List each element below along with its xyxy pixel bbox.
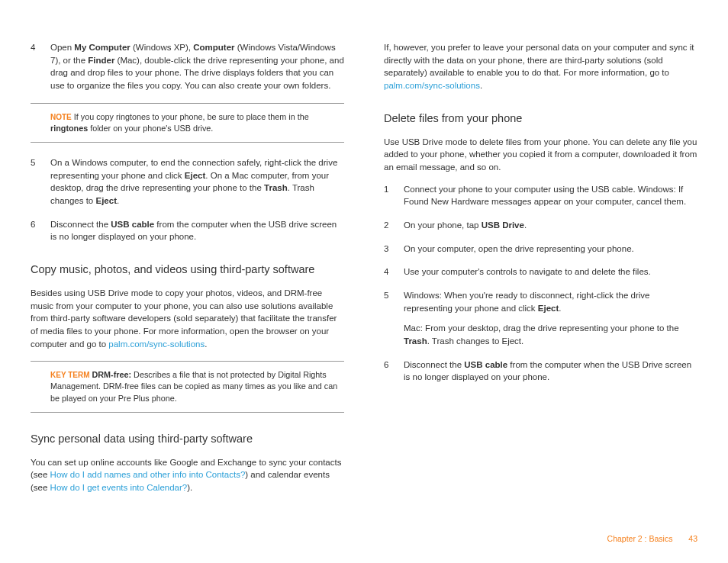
step-body: On a Windows computer, to end the connec… <box>50 156 344 208</box>
bold: My Computer <box>74 43 130 52</box>
bold: Eject <box>185 171 206 180</box>
text: If, however, you prefer to leave your pe… <box>384 43 694 77</box>
bold: USB cable <box>111 220 154 229</box>
text: Mac: From your desktop, drag the drive r… <box>404 323 679 333</box>
step-number: 6 <box>31 218 50 243</box>
step-body: Open My Computer (Windows XP), Computer … <box>50 41 344 92</box>
key-term-callout: KEY TERM DRM-free: Describes a file that… <box>31 361 344 412</box>
text: If you copy ringtones to your phone, be … <box>72 112 309 121</box>
bold: Eject <box>95 196 117 205</box>
bold: DRM-free: <box>92 370 132 379</box>
link-calendar-help[interactable]: How do I get events into Calendar? <box>50 483 188 492</box>
step-body: On your computer, open the drive represe… <box>404 243 697 256</box>
step-2: 2 On your phone, tap USB Drive. <box>384 219 697 232</box>
text: Disconnect the <box>50 220 111 229</box>
step-number: 6 <box>384 359 404 384</box>
bold: Eject <box>538 304 559 313</box>
step-5: 5 On a Windows computer, to end the conn… <box>31 156 344 208</box>
text: folder on your phone's USB drive. <box>88 124 213 133</box>
text: . <box>117 196 119 205</box>
step-body: Connect your phone to your computer usin… <box>404 183 697 208</box>
chapter-label: Chapter 2 : Basics <box>607 534 673 543</box>
text: . <box>205 339 207 349</box>
bold: USB Drive <box>482 220 524 230</box>
text: Open <box>50 43 74 52</box>
step-number: 4 <box>384 265 404 278</box>
text: ). <box>187 483 192 492</box>
bold: Trash <box>404 336 427 346</box>
heading-copy-media: Copy music, photos, and videos using thi… <box>31 262 344 278</box>
two-column-layout: 4 Open My Computer (Windows XP), Compute… <box>31 41 697 503</box>
bold: USB cable <box>464 360 507 369</box>
step-1: 1 Connect your phone to your computer us… <box>384 183 697 208</box>
step-body: Disconnect the USB cable from the comput… <box>404 359 697 384</box>
text: . <box>524 220 527 230</box>
step-number: 1 <box>384 183 404 208</box>
step-body: On your phone, tap USB Drive. <box>404 219 697 232</box>
text: Windows: When you're ready to disconnect… <box>404 291 649 313</box>
step-6: 6 Disconnect the USB cable from the comp… <box>384 359 697 384</box>
note-callout: NOTE If you copy ringtones to your phone… <box>31 103 344 143</box>
note-label: NOTE <box>50 113 72 121</box>
step-number: 5 <box>31 156 50 208</box>
paragraph: Use USB Drive mode to delete files from … <box>384 136 697 174</box>
step-number: 4 <box>31 41 50 92</box>
text: (Windows XP), <box>130 43 193 52</box>
page-footer: Chapter 2 : Basics 43 <box>607 533 697 545</box>
step-body: Use your computer's controls to navigate… <box>404 265 697 278</box>
step-4: 4 Open My Computer (Windows XP), Compute… <box>31 41 344 92</box>
step-number: 3 <box>384 243 404 256</box>
link-sync-solutions[interactable]: palm.com/sync-solutions <box>384 81 480 90</box>
bold: Computer <box>193 43 234 52</box>
text: . <box>480 81 482 90</box>
link-contacts-help[interactable]: How do I add names and other info into C… <box>50 470 246 479</box>
text: . Trash changes to Eject. <box>427 336 524 346</box>
link-sync-solutions[interactable]: palm.com/sync-solutions <box>108 339 205 349</box>
left-column: 4 Open My Computer (Windows XP), Compute… <box>31 41 344 503</box>
page-number: 43 <box>688 534 697 543</box>
text: . <box>559 304 561 313</box>
bold: ringtones <box>50 124 88 133</box>
step-number: 5 <box>384 289 404 348</box>
step-body: Disconnect the USB cable from the comput… <box>50 218 344 243</box>
step-4: 4 Use your computer's controls to naviga… <box>384 265 697 278</box>
key-term-label: KEY TERM <box>50 371 90 379</box>
text: Disconnect the <box>404 360 464 369</box>
heading-sync-data: Sync personal data using third-party sof… <box>31 431 344 447</box>
right-column: If, however, you prefer to leave your pe… <box>384 41 697 503</box>
step-5: 5 Windows: When you're ready to disconne… <box>384 289 697 348</box>
step-number: 2 <box>384 219 404 232</box>
heading-delete-files: Delete files from your phone <box>384 111 697 127</box>
bold: Finder <box>88 56 114 65</box>
paragraph: If, however, you prefer to leave your pe… <box>384 41 697 92</box>
text: On your phone, tap <box>404 220 482 230</box>
step-body: Windows: When you're ready to disconnect… <box>404 289 697 348</box>
bold: Trash <box>264 183 288 192</box>
step-6: 6 Disconnect the USB cable from the comp… <box>31 218 344 243</box>
paragraph: Besides using USB Drive mode to copy you… <box>31 287 344 350</box>
step-3: 3 On your computer, open the drive repre… <box>384 243 697 256</box>
paragraph: You can set up online accounts like Goog… <box>31 456 344 494</box>
